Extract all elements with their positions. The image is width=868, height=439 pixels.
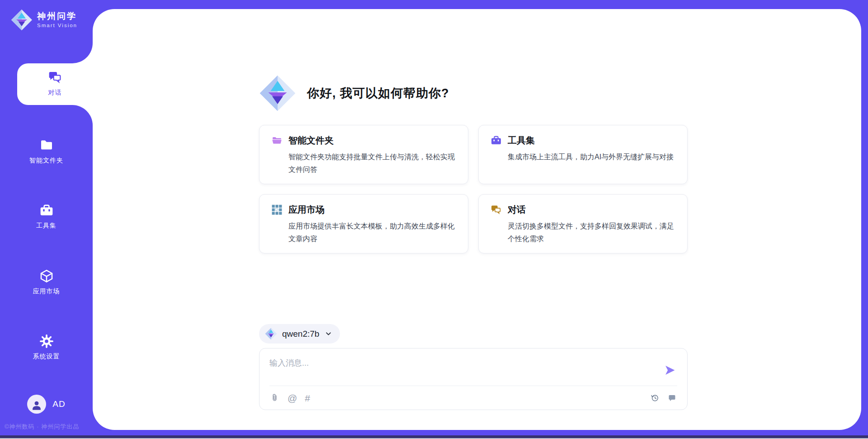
chat-icon [48, 70, 62, 85]
send-button[interactable] [664, 363, 677, 377]
sidebar-item-app-market[interactable]: 应用市场 [0, 262, 93, 304]
history-icon[interactable] [650, 393, 660, 403]
active-tab-curve-top [72, 43, 93, 63]
paperclip-icon[interactable] [269, 393, 280, 403]
folder-open-icon [271, 135, 283, 146]
greeting: 你好, 我可以如何帮助你? [259, 75, 449, 112]
sidebar-item-chat[interactable]: 对话 [17, 63, 93, 105]
sidebar-item-label: 应用市场 [33, 287, 60, 296]
model-name: qwen2:7b [282, 329, 319, 339]
toolbox-icon [491, 135, 502, 146]
feature-cards: 智能文件夹 智能文件夹功能支持批量文件上传与清洗，轻松实现文件问答 工具集 集成… [259, 125, 688, 253]
toolbox-icon [39, 203, 54, 218]
card-description: 智能文件夹功能支持批量文件上传与清洗，轻松实现文件问答 [288, 151, 456, 176]
composer: qwen2:7b [259, 324, 688, 410]
diamond-logo-icon [11, 9, 33, 31]
hash-icon[interactable]: # [305, 393, 310, 403]
card-title: 对话 [508, 204, 526, 216]
card-description: 应用市场提供丰富长文本模板，助力高效生成多样化文章内容 [288, 220, 456, 245]
grid-icon [271, 204, 283, 215]
sidebar-item-label: 智能文件夹 [29, 157, 63, 165]
input-toolbar: @ # [269, 386, 677, 405]
sidebar-item-label: 工具集 [36, 222, 57, 230]
avatar[interactable] [27, 395, 46, 414]
person-icon [31, 399, 42, 411]
card-toolset[interactable]: 工具集 集成市场上主流工具，助力AI与外界无缝扩展与对接 [478, 125, 688, 184]
user-name: AD [52, 399, 65, 409]
sidebar-item-smart-folder[interactable]: 智能文件夹 [0, 131, 93, 173]
card-app-market[interactable]: 应用市场 应用市场提供丰富长文本模板，助力高效生成多样化文章内容 [259, 194, 468, 253]
brand-logo: 神州问学 Smart Vision [11, 9, 92, 31]
card-title: 智能文件夹 [288, 134, 334, 147]
folder-icon [39, 138, 54, 153]
chat-bubble-icon[interactable] [667, 393, 677, 403]
active-tab-curve-bottom [72, 105, 93, 125]
main-panel: 你好, 我可以如何帮助你? 智能文件夹 智能文件夹功能支持批量文件上传与清洗，轻… [93, 9, 861, 430]
card-description: 灵活切换多模型文件，支持多样回复效果调试，满足个性化需求 [508, 220, 675, 245]
gear-icon [39, 334, 54, 348]
sidebar-footer: ©神州数码 · 神州问学出品 [5, 423, 79, 431]
diamond-logo-icon [259, 75, 296, 112]
greeting-title: 你好, 我可以如何帮助你? [307, 85, 449, 101]
brand-subtitle: Smart Vision [37, 23, 77, 29]
diamond-logo-icon [265, 328, 277, 340]
cube-icon [39, 269, 54, 283]
model-selector[interactable]: qwen2:7b [259, 324, 340, 344]
chat-icon [491, 204, 502, 215]
card-title: 应用市场 [288, 204, 325, 216]
sidebar-item-label: 对话 [48, 89, 62, 97]
message-input[interactable] [269, 358, 657, 383]
sidebar-item-settings[interactable]: 系统设置 [0, 327, 93, 369]
at-sign-icon[interactable]: @ [288, 393, 297, 403]
brand-name: 神州问学 [37, 11, 77, 21]
send-arrow-icon [664, 364, 676, 377]
sidebar-item-label: 系统设置 [33, 353, 60, 361]
chevron-down-icon [325, 330, 332, 337]
card-smart-folder[interactable]: 智能文件夹 智能文件夹功能支持批量文件上传与清洗，轻松实现文件问答 [259, 125, 468, 184]
sidebar-item-toolset[interactable]: 工具集 [0, 196, 93, 238]
card-chat[interactable]: 对话 灵活切换多模型文件，支持多样回复效果调试，满足个性化需求 [478, 194, 688, 253]
card-description: 集成市场上主流工具，助力AI与外界无缝扩展与对接 [508, 151, 675, 163]
user-profile[interactable]: AD [0, 395, 93, 414]
message-input-box: @ # [259, 348, 688, 410]
card-title: 工具集 [508, 134, 535, 147]
